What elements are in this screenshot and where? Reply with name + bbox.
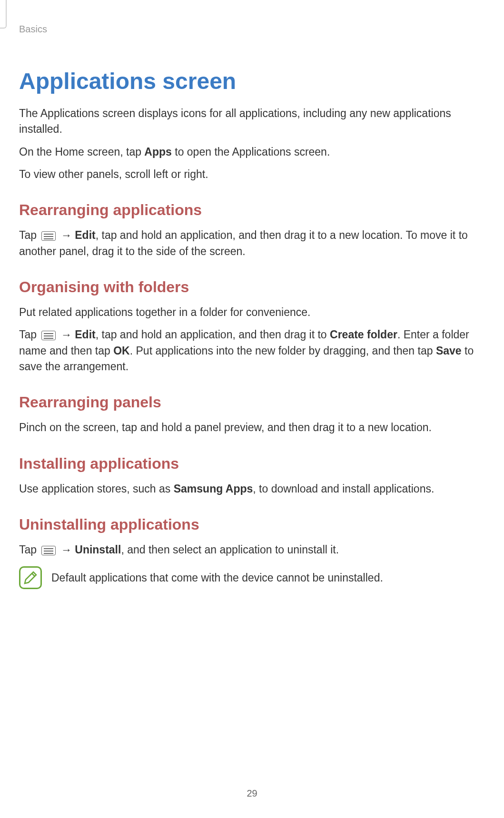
bold-ok: OK: [113, 345, 130, 357]
text-segment: . Put applications into the new folder b…: [130, 345, 436, 357]
note-pencil-icon: [19, 566, 42, 589]
text-segment: Tap: [19, 229, 40, 241]
page-corner-decoration: [0, 0, 7, 29]
arrow-text: →: [58, 229, 75, 241]
menu-icon: [41, 546, 56, 555]
breadcrumb: Basics: [19, 24, 485, 35]
rearranging-panels-text: Pinch on the screen, tap and hold a pane…: [19, 420, 485, 435]
installing-apps-text: Use application stores, such as Samsung …: [19, 481, 485, 497]
menu-icon: [41, 231, 56, 241]
text-segment: On the Home screen, tap: [19, 146, 144, 158]
bold-uninstall: Uninstall: [75, 543, 121, 556]
text-segment: Tap: [19, 328, 40, 341]
heading-uninstalling-apps: Uninstalling applications: [19, 516, 485, 533]
intro-paragraph-3: To view other panels, scroll left or rig…: [19, 167, 485, 182]
organising-folders-text-2: Tap → Edit, tap and hold an application,…: [19, 327, 485, 375]
bold-edit: Edit: [75, 229, 95, 241]
organising-folders-text-1: Put related applications together in a f…: [19, 305, 485, 320]
text-segment: , tap and hold an application, and then …: [96, 328, 330, 341]
bold-edit: Edit: [75, 328, 95, 341]
text-segment: to open the Applications screen.: [172, 146, 330, 158]
uninstalling-apps-text: Tap → Uninstall, and then select an appl…: [19, 542, 485, 558]
page-title: Applications screen: [19, 68, 485, 94]
text-segment: Tap: [19, 543, 40, 556]
rearranging-apps-text: Tap → Edit, tap and hold an application,…: [19, 227, 485, 259]
text-segment: , and then select an application to unin…: [121, 543, 339, 556]
page-number: 29: [247, 788, 257, 799]
bold-create-folder: Create folder: [330, 328, 397, 341]
text-segment: Use application stores, such as: [19, 483, 174, 495]
note-box: Default applications that come with the …: [19, 566, 485, 589]
arrow-text: →: [58, 328, 75, 341]
heading-rearranging-panels: Rearranging panels: [19, 394, 485, 411]
intro-paragraph-2: On the Home screen, tap Apps to open the…: [19, 144, 485, 160]
intro-paragraph-1: The Applications screen displays icons f…: [19, 106, 485, 138]
svg-line-0: [32, 573, 35, 576]
heading-installing-apps: Installing applications: [19, 455, 485, 473]
text-segment: , to download and install applications.: [253, 483, 434, 495]
bold-save: Save: [436, 345, 462, 357]
bold-samsung-apps: Samsung Apps: [174, 483, 253, 495]
heading-rearranging-apps: Rearranging applications: [19, 201, 485, 219]
arrow-text: →: [58, 543, 75, 556]
menu-icon: [41, 331, 56, 340]
note-text: Default applications that come with the …: [51, 570, 383, 586]
bold-apps: Apps: [144, 146, 172, 158]
heading-organising-folders: Organising with folders: [19, 278, 485, 296]
